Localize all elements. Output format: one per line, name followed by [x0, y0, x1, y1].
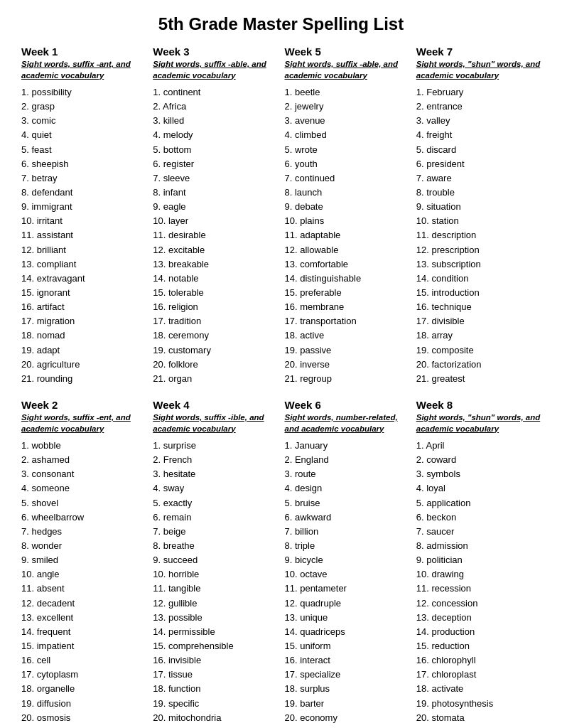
- list-item: 2. grasp: [21, 100, 146, 114]
- list-item: 4. melody: [153, 128, 277, 142]
- list-item: 1. possibility: [21, 85, 146, 100]
- list-item: 19. barter: [285, 697, 409, 711]
- list-item: 18. nomad: [21, 328, 146, 343]
- list-item: 9. debate: [285, 200, 409, 214]
- list-item: 1. wobble: [21, 439, 146, 453]
- list-item: 16. interact: [285, 653, 409, 668]
- list-item: 6. register: [153, 157, 277, 171]
- list-item: 17. divisible: [416, 314, 541, 328]
- list-item: 17. specialize: [285, 668, 409, 682]
- list-item: 2. French: [153, 453, 277, 467]
- list-item: 7. beige: [153, 525, 277, 539]
- list-item: 3. symbols: [416, 467, 541, 481]
- list-item: 11. description: [416, 228, 541, 242]
- list-item: 6. sheepish: [21, 157, 146, 171]
- week-subtitle-week5: Sight words, suffix -able, and academic …: [285, 59, 409, 81]
- word-list-week7: 1. February2. entrance3. valley4. freigh…: [416, 85, 541, 386]
- list-item: 4. loyal: [416, 481, 541, 496]
- list-item: 9. bicycle: [285, 553, 409, 567]
- list-item: 14. quadriceps: [285, 625, 409, 639]
- list-item: 16. membrane: [285, 300, 409, 314]
- list-item: 17. chloroplast: [416, 668, 541, 682]
- list-item: 12. prescription: [416, 243, 541, 257]
- list-item: 11. desirable: [153, 228, 277, 242]
- list-item: 6. awkward: [285, 510, 409, 525]
- list-item: 7. betray: [21, 171, 146, 186]
- list-item: 11. recession: [416, 582, 541, 596]
- week-subtitle-week1: Sight words, suffix -ant, and academic v…: [21, 59, 146, 81]
- list-item: 5. bottom: [153, 143, 277, 157]
- list-item: 19. specific: [153, 697, 277, 711]
- list-item: 21. regroup: [285, 372, 409, 386]
- list-item: 2. England: [285, 453, 409, 467]
- week-subtitle-week7: Sight words, "shun" words, and academic …: [416, 59, 541, 81]
- list-item: 12. brilliant: [21, 243, 146, 257]
- list-item: 2. coward: [416, 453, 541, 467]
- list-item: 8. trouble: [416, 186, 541, 200]
- list-item: 1. February: [416, 85, 541, 100]
- list-item: 3. route: [285, 467, 409, 481]
- list-item: 9. eagle: [153, 200, 277, 214]
- week-title-week3: Week 3: [153, 46, 277, 58]
- list-item: 12. quadruple: [285, 596, 409, 611]
- word-list-week6: 1. January2. England3. route4. design5. …: [285, 439, 409, 728]
- week-block-week6: Week 6Sight words, number-related, and a…: [285, 399, 409, 728]
- list-item: 19. passive: [285, 343, 409, 358]
- list-item: 8. admission: [416, 539, 541, 553]
- list-item: 2. ashamed: [21, 453, 146, 467]
- list-item: 13. subscription: [416, 257, 541, 272]
- list-item: 5. discard: [416, 143, 541, 157]
- list-item: 16. chlorophyll: [416, 653, 541, 668]
- list-item: 12. allowable: [285, 243, 409, 257]
- list-item: 18. active: [285, 328, 409, 343]
- list-item: 10. angle: [21, 567, 146, 582]
- list-item: 8. infant: [153, 186, 277, 200]
- list-item: 1. beetle: [285, 85, 409, 100]
- list-item: 20. osmosis: [21, 711, 146, 725]
- list-item: 5. wrote: [285, 143, 409, 157]
- list-item: 5. exactly: [153, 496, 277, 510]
- word-list-week5: 1. beetle2. jewelry3. avenue4. climbed5.…: [285, 85, 409, 386]
- list-item: 17. migration: [21, 314, 146, 328]
- list-item: 3. killed: [153, 114, 277, 128]
- list-item: 20. economy: [285, 711, 409, 725]
- list-item: 15. impatient: [21, 639, 146, 653]
- list-item: 5. bruise: [285, 496, 409, 510]
- week-block-week8: Week 8Sight words, "shun" words, and aca…: [416, 399, 541, 728]
- list-item: 2. Africa: [153, 100, 277, 114]
- list-item: 20. mitochondria: [153, 711, 277, 725]
- list-item: 16. cell: [21, 653, 146, 668]
- list-item: 10. plains: [285, 214, 409, 228]
- list-item: 10. irritant: [21, 214, 146, 228]
- word-list-week1: 1. possibility2. grasp3. comic4. quiet5.…: [21, 85, 146, 386]
- week-subtitle-week2: Sight words, suffix -ent, and academic v…: [21, 412, 146, 434]
- list-item: 4. freight: [416, 128, 541, 142]
- list-item: 21. vascular: [416, 725, 541, 728]
- list-item: 7. sleeve: [153, 171, 277, 186]
- list-item: 10. horrible: [153, 567, 277, 582]
- list-item: 7. aware: [416, 171, 541, 186]
- list-item: 7. saucer: [416, 525, 541, 539]
- word-list-week8: 1. April2. coward3. symbols4. loyal5. ap…: [416, 439, 541, 728]
- list-item: 8. wonder: [21, 539, 146, 553]
- list-item: 8. triple: [285, 539, 409, 553]
- week-block-week1: Week 1Sight words, suffix -ant, and acad…: [21, 46, 146, 386]
- list-item: 13. comfortable: [285, 257, 409, 272]
- week-title-week1: Week 1: [21, 46, 146, 58]
- list-item: 8. defendant: [21, 186, 146, 200]
- list-item: 7. hedges: [21, 525, 146, 539]
- list-item: 15. comprehensible: [153, 639, 277, 653]
- list-item: 16. technique: [416, 300, 541, 314]
- list-item: 21. glucose: [153, 725, 277, 728]
- list-item: 9. politician: [416, 553, 541, 567]
- list-item: 6. remain: [153, 510, 277, 525]
- week-block-week7: Week 7Sight words, "shun" words, and aca…: [416, 46, 541, 386]
- list-item: 19. adapt: [21, 343, 146, 358]
- week-title-week7: Week 7: [416, 46, 541, 58]
- list-item: 3. valley: [416, 114, 541, 128]
- list-item: 13. compliant: [21, 257, 146, 272]
- list-item: 6. youth: [285, 157, 409, 171]
- word-list-week3: 1. continent2. Africa3. killed4. melody5…: [153, 85, 277, 386]
- list-item: 4. climbed: [285, 128, 409, 142]
- week-block-week2: Week 2Sight words, suffix -ent, and acad…: [21, 399, 146, 728]
